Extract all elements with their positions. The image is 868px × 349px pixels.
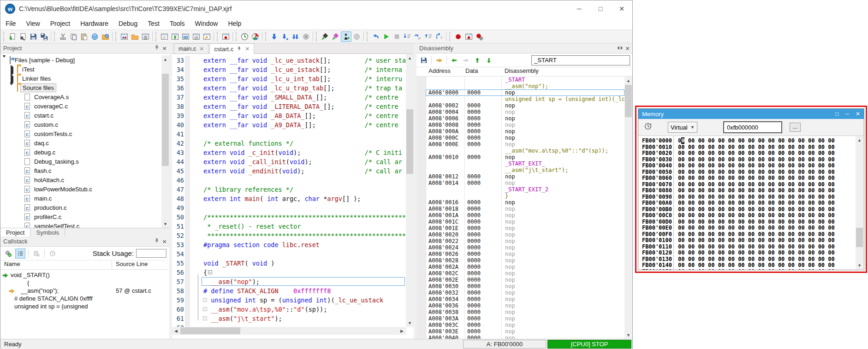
line-gutter[interactable] — [184, 93, 202, 102]
tree-item-sampleselftest-c[interactable]: CsampleSelfTest.c — [0, 221, 161, 228]
memory-row[interactable]: FB00'00B000 00 00 00 00 00 00 00 00 00 0… — [638, 207, 864, 213]
memory-row[interactable]: FB00'008000 00 00 00 00 00 00 00 00 00 0… — [638, 188, 864, 194]
editor-line-41[interactable]: 41 — [172, 130, 406, 139]
line-gutter[interactable] — [184, 120, 202, 130]
tree-item-files-sample-debug-[interactable]: Files [sample - Debug] — [0, 55, 161, 65]
profiler-icon[interactable] — [239, 31, 250, 42]
browse-button[interactable]: ... — [790, 123, 801, 132]
address-space-select[interactable]: Virtual ▼ — [668, 122, 697, 133]
editor-line-53[interactable]: 53#pragma section code libc.reset — [172, 240, 406, 249]
memory-row[interactable]: FB00'00F000 00 00 00 00 00 00 00 00 00 0… — [638, 231, 864, 238]
line-gutter[interactable] — [184, 249, 202, 259]
line-gutter[interactable] — [184, 296, 202, 305]
callstack-column-name[interactable]: Name — [0, 260, 112, 269]
close-icon[interactable]: × — [162, 238, 166, 245]
line-gutter[interactable] — [184, 111, 202, 120]
disassembly-scrollbar[interactable]: ▲ ▼ — [624, 77, 632, 339]
editor-line-60[interactable]: 60 __asm("mov.a\tsp,%0"::"d"(sp)); — [172, 305, 406, 314]
menu-project[interactable]: Project — [45, 17, 76, 30]
disassembly-row[interactable]: A008'00120000nop — [416, 173, 624, 180]
tree-item-hotattach-c[interactable]: ChotAttach.c — [0, 175, 161, 184]
breakpoint-options-icon[interactable] — [474, 31, 485, 42]
callstack-row[interactable]: unsigned int sp = (unsigned — [0, 303, 169, 311]
menu-window[interactable]: Window — [190, 17, 223, 30]
callstack-row[interactable]: void _START() — [0, 272, 169, 279]
disassembly-row[interactable]: unsigned int sp = (unsigned int)(_lc_u — [416, 96, 624, 102]
close-icon[interactable]: × — [625, 45, 630, 52]
pin-icon[interactable] — [154, 45, 160, 52]
step-over-icon[interactable] — [413, 31, 423, 42]
symbols-window-icon[interactable]: @ — [191, 31, 202, 42]
memory-bytes[interactable]: 00 00 00 00 00 00 00 00 00 00 00 00 00 0… — [678, 194, 835, 201]
close-icon[interactable]: ✕ — [856, 111, 860, 117]
editor-line-36[interactable]: 36extern __far void _lc_u_trap_tab[]; /*… — [172, 83, 406, 93]
stack-usage-input[interactable] — [136, 249, 166, 258]
collapse-icon[interactable]: − — [208, 270, 212, 274]
line-gutter[interactable] — [184, 222, 202, 231]
output-window-icon[interactable] — [159, 31, 170, 42]
disassembly-row[interactable]: A008'00200000nop — [416, 231, 624, 238]
memory-row[interactable]: FB00'003000 00 00 00 00 00 00 00 00 00 0… — [638, 157, 864, 163]
disassembly-row[interactable]: A008'00360000nop — [416, 302, 624, 309]
attach-debug-icon[interactable] — [320, 31, 330, 42]
tree-item-linker-files[interactable]: Linker files — [0, 74, 161, 83]
tree-item-cstart-c[interactable]: Ccstart.c — [0, 111, 161, 120]
tree-item-itest[interactable]: iTest — [0, 65, 161, 74]
memory-bytes[interactable]: 00 00 00 00 00 00 00 00 00 00 00 00 00 0… — [678, 188, 835, 194]
callstack-frames-icon[interactable] — [15, 248, 25, 259]
disassembly-row[interactable]: A008'000A0000nop — [416, 128, 624, 135]
minimize-icon[interactable]: ─ — [845, 111, 849, 117]
tree-item-flash-c[interactable]: Cflash.c — [0, 166, 161, 175]
tree-item-profilerc-c[interactable]: CprofilerC.c — [0, 212, 161, 221]
disassembly-row[interactable]: A008'00140000nop — [416, 180, 624, 186]
menu-tools[interactable]: Tools — [165, 17, 190, 30]
editor-line-46[interactable]: 46 — [172, 176, 406, 185]
menu-debug[interactable]: Debug — [113, 17, 143, 30]
memory-row[interactable]: FB00'014000 00 00 00 00 00 00 00 00 00 0… — [638, 262, 864, 269]
close-tab-icon[interactable]: ✕ — [199, 46, 204, 52]
breakpoints-dialog-icon[interactable] — [464, 31, 474, 42]
tree-item-debug-tasking-s[interactable]: Debug_tasking.s — [0, 157, 161, 166]
column-disassembly[interactable]: Disassembly — [501, 67, 539, 76]
close-icon[interactable]: × — [162, 45, 166, 52]
callstack-column-source[interactable]: Source Line — [112, 260, 148, 269]
editor-line-59[interactable]: 59 unsigned int sp = (unsigned int)(_lc_… — [172, 296, 406, 305]
memory-row[interactable]: FB00'009000 00 00 00 00 00 00 00 00 00 0… — [638, 194, 864, 201]
editor-line-52[interactable]: 52 *************************************… — [172, 231, 406, 240]
disassembly-row[interactable]: A008'002A0000nop — [416, 264, 624, 270]
memory-bytes[interactable]: 00 00 00 00 00 00 00 00 00 00 00 00 00 0… — [678, 207, 835, 213]
memory-bytes[interactable]: 00 00 00 00 00 00 00 00 00 00 00 00 00 0… — [678, 250, 835, 256]
disassembly-row[interactable]: A008'000C0000nop — [416, 135, 624, 141]
navigate-forward-icon[interactable] — [461, 55, 471, 65]
line-gutter[interactable] — [184, 139, 202, 148]
memory-bytes[interactable]: 00 00 00 00 00 00 00 00 00 00 00 00 00 0… — [678, 169, 835, 176]
reset-icon[interactable] — [370, 31, 381, 42]
memory-bytes[interactable]: 00 00 00 00 00 00 00 00 00 00 00 00 00 0… — [678, 219, 835, 225]
editor-line-58[interactable]: 58# define STACK_ALIGN 0xfffffff8 — [172, 286, 406, 296]
disassembly-rows[interactable]: _START__asm("nop");A008'00000000nopunsig… — [416, 77, 624, 339]
tree-closed-arrow-icon[interactable] — [10, 67, 14, 71]
line-gutter[interactable] — [184, 157, 202, 166]
line-gutter[interactable] — [184, 203, 202, 213]
disassembly-row[interactable]: A008'00020000nop — [416, 102, 624, 109]
memory-bytes[interactable]: 00 00 00 00 00 00 00 00 00 00 00 00 00 0… — [678, 237, 835, 244]
disassembly-row[interactable]: A008'00160000nop — [416, 199, 624, 206]
disassembly-row[interactable]: A008'002E0000nop — [416, 277, 624, 283]
memory-row[interactable]: FB00'013000 00 00 00 00 00 00 00 00 00 0… — [638, 256, 864, 263]
disassembly-row[interactable]: A008'00340000nop — [416, 296, 624, 302]
paste-icon[interactable] — [79, 31, 89, 42]
tree-item-coveragea-s[interactable]: CoverageA.s — [0, 92, 161, 101]
editor-line-43[interactable]: 43extern void _c_init(void); /* C initi — [172, 148, 406, 157]
editor-line-55[interactable]: 55void _START( void ) — [172, 259, 406, 268]
navigate-back-icon[interactable] — [449, 55, 459, 65]
memory-row[interactable]: FB00'00E000 00 00 00 00 00 00 00 00 00 0… — [638, 225, 864, 231]
breakpoints-window-icon[interactable] — [220, 31, 231, 42]
editor-line-44[interactable]: 44extern void _call_init(void); /* call … — [172, 157, 406, 166]
memory-bytes[interactable]: 00 00 00 00 00 00 00 00 00 00 00 00 00 0… — [678, 256, 835, 263]
callstack-options-icon[interactable] — [3, 248, 13, 259]
memory-row[interactable]: FB00'004000 00 00 00 00 00 00 00 00 00 0… — [638, 163, 864, 169]
editor-line-57[interactable]: 57 __asm("nop"); — [172, 277, 406, 286]
disassembly-row[interactable]: _START — [416, 77, 624, 83]
memory-bytes[interactable]: 00 00 00 00 00 00 00 00 00 00 00 00 00 0… — [678, 225, 835, 231]
memory-row[interactable]: FB00'007000 00 00 00 00 00 00 00 00 00 0… — [638, 182, 864, 188]
